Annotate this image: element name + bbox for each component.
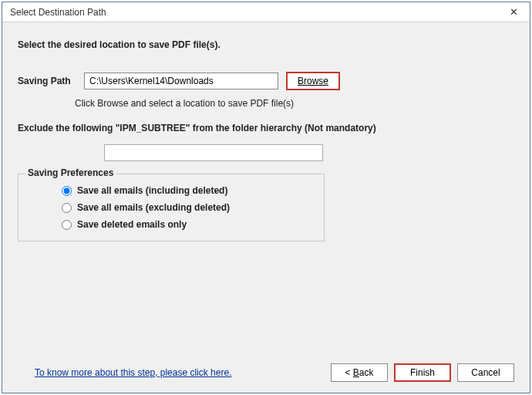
group-title: Saving Preferences — [25, 167, 116, 178]
back-rest: ack — [359, 367, 374, 378]
footer-buttons: < Back Finish Cancel — [331, 363, 514, 382]
back-prefix: < — [345, 367, 352, 378]
radio-label-opt2[interactable]: Save all emails (excluding deleted) — [77, 202, 230, 213]
back-button[interactable]: < Back — [331, 363, 388, 382]
radio-opt3[interactable] — [62, 220, 72, 230]
titlebar: Select Destination Path ✕ — [2, 2, 530, 22]
saving-path-input[interactable] — [84, 73, 278, 89]
close-icon[interactable]: ✕ — [502, 5, 525, 20]
radio-opt2[interactable] — [62, 203, 72, 213]
saving-preferences-group: Saving Preferences Save all emails (incl… — [18, 174, 325, 241]
window-title: Select Destination Path — [10, 7, 106, 18]
radio-label-opt1[interactable]: Save all emails (including deleted) — [77, 185, 227, 196]
radio-row-opt2: Save all emails (excluding deleted) — [28, 199, 315, 216]
saving-path-label: Saving Path — [18, 76, 84, 86]
exclude-label: Exclude the following "IPM_SUBTREE" from… — [18, 123, 514, 133]
dialog-body: Select the desired location to save PDF … — [2, 22, 530, 359]
browse-button[interactable]: Browse — [286, 72, 340, 90]
cancel-button[interactable]: Cancel — [457, 363, 514, 382]
instruction-text: Select the desired location to save PDF … — [18, 39, 514, 50]
finish-button[interactable]: Finish — [394, 363, 451, 382]
radio-opt1[interactable] — [62, 186, 72, 196]
radio-row-opt3: Save deleted emails only — [28, 216, 315, 233]
dialog-window: Select Destination Path ✕ Select the des… — [2, 2, 530, 393]
dialog-footer: To know more about this step, please cli… — [2, 359, 530, 393]
radio-label-opt3[interactable]: Save deleted emails only — [77, 219, 187, 230]
radio-row-opt1: Save all emails (including deleted) — [28, 182, 315, 199]
help-link[interactable]: To know more about this step, please cli… — [35, 367, 231, 378]
browse-hint: Click Browse and select a location to sa… — [75, 98, 514, 109]
back-underline: B — [353, 367, 359, 378]
saving-path-row: Saving Path Browse — [18, 72, 514, 90]
exclude-input[interactable] — [104, 144, 323, 161]
